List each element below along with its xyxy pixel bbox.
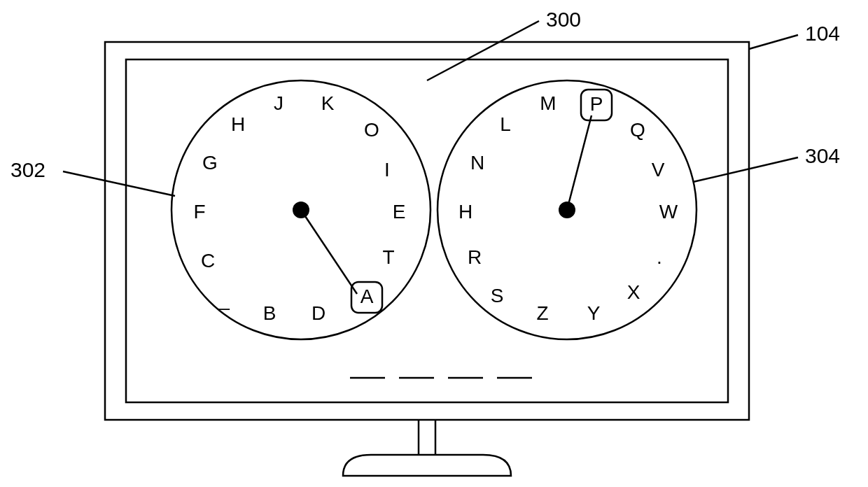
dial-letter[interactable]: Y (587, 302, 601, 324)
dial-left-pointer (301, 210, 357, 294)
dial-letter[interactable]: W (659, 201, 678, 223)
dial-letter[interactable]: D (312, 302, 326, 324)
dial-letter[interactable]: C (201, 250, 215, 271)
svg-text:304: 304 (805, 144, 840, 167)
monitor-base (343, 455, 511, 476)
diagram-canvas: J K O I E T A D B _ C F G H M P Q V W . … (0, 0, 868, 487)
dial-letter[interactable]: I (384, 159, 390, 181)
callout-104: 104 (749, 22, 840, 49)
dial-letter[interactable]: _ (218, 288, 230, 310)
dial-letter[interactable]: Q (630, 119, 645, 141)
dial-letter[interactable]: M (540, 92, 556, 114)
dial-letter[interactable]: H (231, 113, 245, 135)
dial-letter[interactable]: E (393, 201, 406, 223)
svg-line-6 (749, 35, 798, 49)
dial-letter-selected[interactable]: A (360, 285, 374, 307)
svg-text:302: 302 (10, 158, 46, 181)
dial-right[interactable]: M P Q V W . X Y Z S R H N L (438, 80, 696, 339)
callout-300: 300 (427, 8, 581, 80)
dial-letter[interactable]: N (470, 152, 484, 174)
svg-line-10 (63, 171, 175, 196)
dial-letter[interactable]: F (193, 201, 205, 223)
monitor-bezel (105, 42, 749, 420)
dial-letter[interactable]: B (263, 302, 276, 324)
svg-line-8 (693, 157, 798, 182)
callout-302: 302 (10, 158, 175, 196)
dial-letter[interactable]: J (274, 92, 284, 114)
dial-right-pointer (567, 115, 592, 210)
dial-letter[interactable]: . (657, 246, 662, 268)
svg-text:300: 300 (546, 8, 581, 31)
svg-line-4 (427, 21, 539, 80)
dial-letter[interactable]: Z (536, 302, 548, 324)
dial-letter[interactable]: G (202, 152, 218, 174)
dial-letter[interactable]: V (652, 159, 665, 181)
dial-left[interactable]: J K O I E T A D B _ C F G H (172, 80, 430, 339)
dial-letter-selected[interactable]: P (590, 93, 603, 115)
callout-304: 304 (693, 144, 840, 182)
svg-text:104: 104 (805, 22, 840, 45)
dial-letter[interactable]: H (458, 201, 472, 223)
dial-letter[interactable]: R (468, 246, 482, 268)
dial-letter[interactable]: L (500, 113, 511, 135)
dial-letter[interactable]: T (382, 246, 394, 268)
dial-letter[interactable]: O (364, 119, 379, 141)
dial-letter[interactable]: K (321, 92, 335, 114)
dial-letter[interactable]: X (627, 281, 640, 303)
dial-letter[interactable]: S (491, 285, 504, 306)
